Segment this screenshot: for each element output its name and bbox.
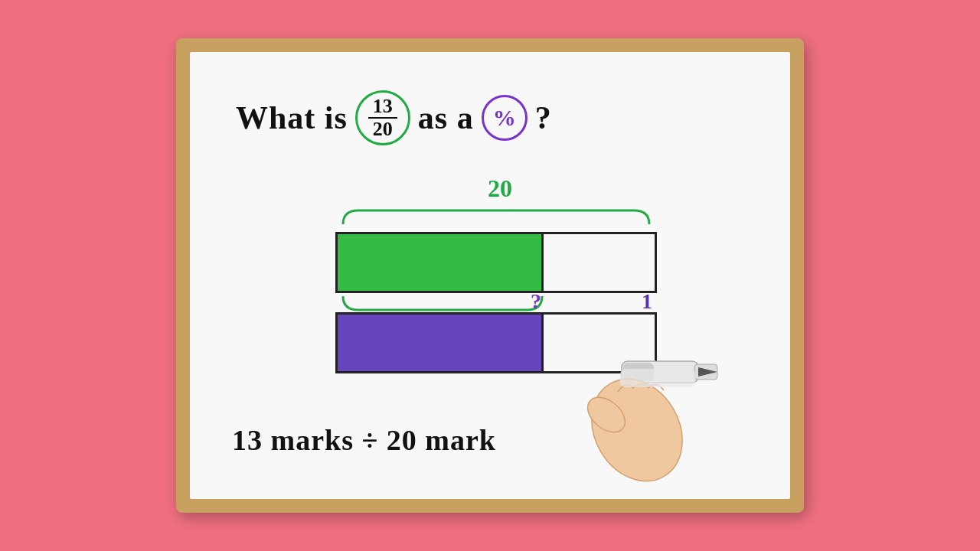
hand-svg [576, 346, 744, 499]
whiteboard-surface: What is 13 20 as a % ? 20 [190, 52, 790, 499]
bottom-brace-svg [335, 293, 550, 315]
title-line: What is 13 20 as a % ? [236, 90, 552, 145]
hand-with-marker [576, 346, 744, 499]
percent-symbol: % [493, 105, 516, 131]
green-bar-filled [338, 234, 544, 291]
purple-question-mark: ? [531, 289, 541, 314]
percent-circle: % [482, 95, 528, 141]
fraction-denominator: 20 [373, 119, 393, 139]
purple-one-label: 1 [642, 289, 652, 314]
fraction-circle: 13 20 [355, 90, 410, 145]
question-mark-title: ? [535, 99, 552, 136]
top-brace-svg [335, 206, 657, 227]
equation-text: 13 marks ÷ 20 mark [232, 423, 496, 457]
svg-rect-6 [620, 369, 695, 387]
as-a-text: as a [418, 99, 474, 136]
green-bar-empty [544, 234, 655, 291]
green-top-label: 20 [343, 174, 657, 203]
whiteboard-frame: What is 13 20 as a % ? 20 [176, 38, 804, 513]
purple-bar-filled [338, 315, 544, 371]
fraction-numerator: 13 [373, 96, 393, 116]
title-prefix: What is [236, 99, 348, 136]
green-bar-container [335, 232, 657, 293]
